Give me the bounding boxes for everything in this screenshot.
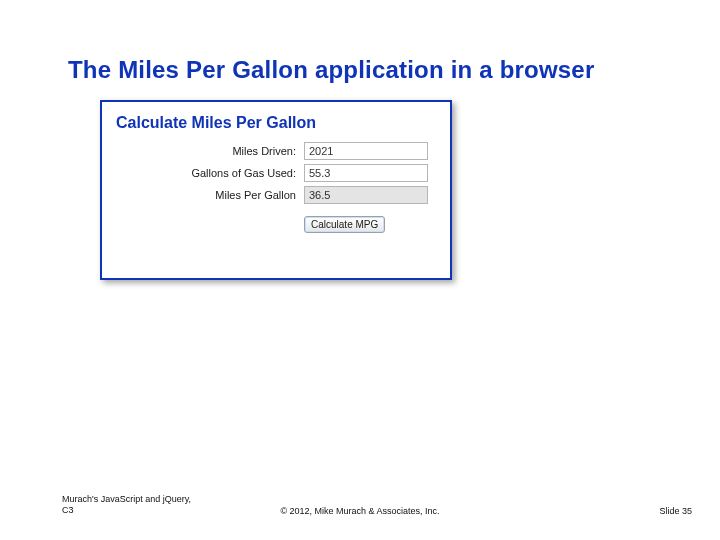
footer-center: © 2012, Mike Murach & Associates, Inc. <box>0 506 720 516</box>
window-heading: Calculate Miles Per Gallon <box>116 114 436 132</box>
row-gallons-used: Gallons of Gas Used: <box>116 164 436 182</box>
slide-title: The Miles Per Gallon application in a br… <box>68 56 680 84</box>
input-gallons-used[interactable] <box>304 164 428 182</box>
slide-footer: Murach's JavaScript and jQuery, C3 © 201… <box>0 488 720 516</box>
input-miles-driven[interactable] <box>304 142 428 160</box>
row-button: Calculate MPG <box>116 216 436 233</box>
row-mpg: Miles Per Gallon <box>116 186 436 204</box>
row-miles-driven: Miles Driven: <box>116 142 436 160</box>
label-gallons-used: Gallons of Gas Used: <box>116 167 304 179</box>
footer-right: Slide 35 <box>659 506 692 516</box>
form: Miles Driven: Gallons of Gas Used: Miles… <box>116 142 436 233</box>
output-mpg <box>304 186 428 204</box>
footer-left-line1: Murach's JavaScript and jQuery, <box>62 494 191 504</box>
label-miles-driven: Miles Driven: <box>116 145 304 157</box>
label-mpg: Miles Per Gallon <box>116 189 304 201</box>
calculate-mpg-button[interactable]: Calculate MPG <box>304 216 385 233</box>
browser-window: Calculate Miles Per Gallon Miles Driven:… <box>100 100 452 280</box>
